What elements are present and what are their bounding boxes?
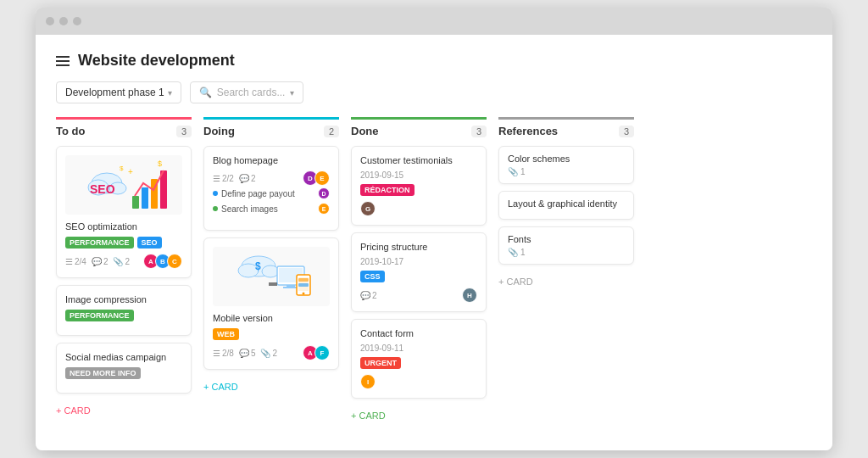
card-seo[interactable]: SEO + $ $ bbox=[56, 146, 192, 278]
card-social-title: Social medias campaign bbox=[65, 352, 182, 362]
avatar-pricing-1: H bbox=[462, 288, 477, 303]
column-title-todo: To do bbox=[56, 125, 85, 137]
svg-text:$: $ bbox=[255, 260, 261, 272]
column-count-todo: 3 bbox=[176, 126, 192, 137]
attach-icon-2: 📎 bbox=[260, 349, 270, 358]
card-image-title: Image compression bbox=[65, 294, 182, 304]
blog-avatars: D E bbox=[303, 170, 330, 186]
column-todo: To do 3 SEO bbox=[56, 117, 192, 426]
column-header-references: References 3 bbox=[498, 117, 634, 146]
card-color-title: Color schemes bbox=[508, 154, 625, 164]
pricing-avatars: H bbox=[462, 288, 477, 303]
card-seo-tags: PERFORMANCE SEO bbox=[65, 237, 182, 249]
svg-rect-4 bbox=[132, 196, 139, 209]
subtask-dot-1 bbox=[213, 191, 218, 196]
blog-subtasks: Define page payout D Search images E bbox=[213, 186, 330, 216]
card-color-schemes[interactable]: Color schemes 📎 1 bbox=[498, 146, 634, 184]
search-icon: 🔍 bbox=[199, 87, 212, 98]
card-social-tags: NEED MORE INFO bbox=[65, 367, 182, 379]
phase-dropdown[interactable]: Development phase 1 ▾ bbox=[56, 81, 181, 103]
column-references: References 3 Color schemes 📎 1 Layout bbox=[498, 117, 634, 426]
tasks-icon-3: ☰ bbox=[213, 349, 220, 358]
add-card-references[interactable]: + CARD bbox=[498, 271, 634, 292]
svg-rect-24 bbox=[298, 278, 309, 282]
column-count-done: 3 bbox=[471, 126, 487, 137]
browser-bar bbox=[36, 8, 832, 35]
column-title-done: Done bbox=[351, 125, 379, 137]
card-fonts-title: Fonts bbox=[508, 234, 625, 244]
card-mobile-title: Mobile version bbox=[213, 313, 330, 323]
search-box[interactable]: 🔍 Search cards... ▾ bbox=[190, 81, 304, 103]
blog-comments: 💬 2 bbox=[239, 174, 256, 183]
search-placeholder: Search cards... bbox=[217, 87, 286, 98]
app-header: Website development bbox=[56, 52, 812, 70]
card-layout-title: Layout & graphical identity bbox=[508, 198, 625, 209]
avatar-blog-2: E bbox=[314, 170, 330, 186]
card-fonts-meta: 📎 1 bbox=[508, 248, 625, 257]
meta-tasks: ☰ 2/4 bbox=[65, 257, 86, 266]
avatar-mobile-2: F bbox=[314, 345, 330, 360]
pricing-comments: 💬 2 bbox=[360, 291, 377, 300]
card-image-compression[interactable]: Image compression PERFORMANCE bbox=[56, 285, 192, 336]
card-mobile-image: $ bbox=[213, 247, 330, 306]
add-card-todo[interactable]: + CARD bbox=[56, 400, 192, 421]
phase-dropdown-arrow: ▾ bbox=[168, 88, 172, 98]
card-mobile-tags: WEB bbox=[213, 328, 330, 340]
mobile-avatars: A F bbox=[303, 345, 330, 360]
card-blog-title: Blog homepage bbox=[213, 155, 330, 165]
card-color-meta: 📎 1 bbox=[508, 167, 625, 176]
doing-cards: Blog homepage ☰ 2/2 💬 2 D bbox=[203, 146, 339, 370]
add-card-done[interactable]: + CARD bbox=[351, 405, 487, 426]
card-mobile[interactable]: $ bbox=[203, 237, 339, 370]
card-contact[interactable]: Contact form 2019-09-11 URGENT I bbox=[351, 319, 487, 399]
browser-dot-2 bbox=[59, 17, 68, 25]
tag-urgent: URGENT bbox=[360, 357, 401, 369]
svg-text:+: + bbox=[128, 167, 133, 176]
hamburger-icon[interactable] bbox=[56, 56, 70, 66]
phase-label: Development phase 1 bbox=[65, 87, 164, 98]
ref-cards: Color schemes 📎 1 Layout & graphical ide… bbox=[498, 146, 634, 265]
app-content: Website development Development phase 1 … bbox=[36, 35, 832, 450]
card-contact-meta: I bbox=[360, 374, 477, 389]
card-blog[interactable]: Blog homepage ☰ 2/2 💬 2 D bbox=[203, 146, 339, 231]
testimonials-avatars: G bbox=[360, 201, 376, 216]
column-header-todo: To do 3 bbox=[56, 117, 192, 146]
card-layout[interactable]: Layout & graphical identity bbox=[498, 191, 634, 220]
tag-redaction: RÉDACTION bbox=[360, 184, 415, 196]
browser-dot-1 bbox=[46, 17, 54, 25]
card-seo-image: SEO + $ $ bbox=[65, 155, 182, 215]
card-contact-tags: URGENT bbox=[360, 357, 477, 369]
tag-performance: PERFORMANCE bbox=[65, 237, 134, 249]
svg-rect-25 bbox=[298, 283, 309, 287]
mobile-illustration: $ bbox=[216, 249, 326, 304]
attach-icon-4: 📎 bbox=[508, 248, 518, 257]
card-fonts[interactable]: Fonts 📎 1 bbox=[498, 226, 634, 265]
subtask-1: Define page payout D bbox=[213, 186, 330, 201]
comment-icon-2: 💬 bbox=[239, 174, 249, 183]
card-social[interactable]: Social medias campaign NEED MORE INFO bbox=[56, 343, 192, 394]
subtask-dot-2 bbox=[213, 206, 218, 211]
tag-performance-2: PERFORMANCE bbox=[65, 310, 134, 321]
browser-window: Website development Development phase 1 … bbox=[36, 8, 832, 450]
card-pricing[interactable]: Pricing structure 2019-10-17 CSS 💬 2 H bbox=[351, 232, 487, 312]
card-blog-meta-top: ☰ 2/2 💬 2 D E bbox=[213, 170, 330, 186]
browser-dot-3 bbox=[73, 17, 81, 25]
column-done: Done 3 Customer testimonials 2019-09-15 … bbox=[351, 117, 487, 426]
mobile-tasks: ☰ 2/8 bbox=[213, 349, 234, 358]
subtask-label-1: Define page payout bbox=[221, 189, 295, 198]
card-testimonials[interactable]: Customer testimonials 2019-09-15 RÉDACTI… bbox=[351, 146, 487, 226]
meta-attach: 📎 2 bbox=[113, 257, 130, 266]
add-card-doing[interactable]: + CARD bbox=[203, 377, 339, 397]
tasks-icon: ☰ bbox=[65, 257, 73, 266]
column-title-doing: Doing bbox=[203, 125, 235, 137]
seo-illustration: SEO + $ $ bbox=[69, 158, 179, 213]
search-dropdown-arrow: ▾ bbox=[290, 88, 294, 98]
mobile-attach: 📎 2 bbox=[260, 349, 277, 358]
svg-text:$: $ bbox=[120, 165, 124, 172]
card-testimonials-meta: G bbox=[360, 201, 477, 216]
avatar-test-1: G bbox=[360, 201, 376, 216]
meta-comments: 💬 2 bbox=[92, 257, 108, 266]
done-cards: Customer testimonials 2019-09-15 RÉDACTI… bbox=[351, 146, 487, 399]
card-seo-avatars: A B C bbox=[143, 254, 182, 269]
column-count-references: 3 bbox=[619, 126, 634, 137]
